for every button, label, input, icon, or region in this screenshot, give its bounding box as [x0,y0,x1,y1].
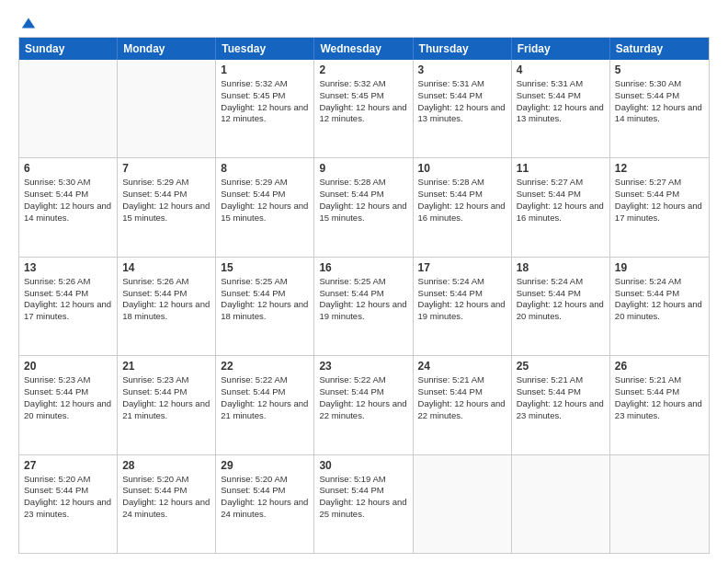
day-info: Sunrise: 5:24 AM Sunset: 5:44 PM Dayligh… [418,276,506,323]
calendar-cell: 14Sunrise: 5:26 AM Sunset: 5:44 PM Dayli… [118,258,216,355]
logo [18,15,37,28]
calendar-cell: 18Sunrise: 5:24 AM Sunset: 5:44 PM Dayli… [512,258,610,355]
day-info: Sunrise: 5:32 AM Sunset: 5:45 PM Dayligh… [221,78,309,125]
day-info: Sunrise: 5:25 AM Sunset: 5:44 PM Dayligh… [319,276,407,323]
day-number: 7 [122,162,210,175]
day-number: 25 [517,360,605,373]
day-number: 9 [319,162,407,175]
day-info: Sunrise: 5:31 AM Sunset: 5:44 PM Dayligh… [517,78,605,125]
day-number: 2 [319,63,407,76]
day-number: 22 [221,360,309,373]
day-info: Sunrise: 5:27 AM Sunset: 5:44 PM Dayligh… [517,177,605,224]
header [18,15,710,28]
calendar-cell: 20Sunrise: 5:23 AM Sunset: 5:44 PM Dayli… [19,356,118,454]
calendar-week: 20Sunrise: 5:23 AM Sunset: 5:44 PM Dayli… [19,355,709,454]
day-info: Sunrise: 5:22 AM Sunset: 5:44 PM Dayligh… [221,374,309,421]
calendar-cell [19,60,118,157]
day-number: 17 [418,261,506,274]
day-number: 14 [122,261,210,274]
calendar-cell: 30Sunrise: 5:19 AM Sunset: 5:44 PM Dayli… [314,455,413,553]
calendar-header-cell: Wednesday [314,38,413,60]
calendar-cell: 5Sunrise: 5:30 AM Sunset: 5:44 PM Daylig… [610,60,709,157]
day-number: 16 [319,261,407,274]
calendar-cell: 23Sunrise: 5:22 AM Sunset: 5:44 PM Dayli… [314,356,413,454]
calendar-week: 13Sunrise: 5:26 AM Sunset: 5:44 PM Dayli… [19,257,709,355]
day-info: Sunrise: 5:21 AM Sunset: 5:44 PM Dayligh… [517,374,605,421]
calendar-cell: 22Sunrise: 5:22 AM Sunset: 5:44 PM Dayli… [216,356,314,454]
logo-icon [20,15,37,31]
day-number: 6 [24,162,112,175]
day-number: 15 [221,261,309,274]
calendar-header-cell: Sunday [19,38,118,60]
calendar-week: 6Sunrise: 5:30 AM Sunset: 5:44 PM Daylig… [19,157,709,256]
day-info: Sunrise: 5:25 AM Sunset: 5:44 PM Dayligh… [221,276,309,323]
calendar-cell [118,60,216,157]
day-number: 5 [615,63,704,76]
day-info: Sunrise: 5:20 AM Sunset: 5:44 PM Dayligh… [221,474,309,521]
calendar-cell: 1Sunrise: 5:32 AM Sunset: 5:45 PM Daylig… [216,60,314,157]
calendar-cell: 25Sunrise: 5:21 AM Sunset: 5:44 PM Dayli… [512,356,610,454]
calendar-cell: 2Sunrise: 5:32 AM Sunset: 5:45 PM Daylig… [314,60,413,157]
calendar-cell: 24Sunrise: 5:21 AM Sunset: 5:44 PM Dayli… [414,356,512,454]
calendar-week: 27Sunrise: 5:20 AM Sunset: 5:44 PM Dayli… [19,454,709,553]
calendar-cell: 17Sunrise: 5:24 AM Sunset: 5:44 PM Dayli… [414,258,512,355]
calendar-cell: 26Sunrise: 5:21 AM Sunset: 5:44 PM Dayli… [610,356,709,454]
day-info: Sunrise: 5:19 AM Sunset: 5:44 PM Dayligh… [319,474,407,521]
day-number: 21 [122,360,210,373]
day-info: Sunrise: 5:22 AM Sunset: 5:44 PM Dayligh… [319,374,407,421]
day-info: Sunrise: 5:20 AM Sunset: 5:44 PM Dayligh… [122,474,210,521]
day-info: Sunrise: 5:30 AM Sunset: 5:44 PM Dayligh… [24,177,112,224]
calendar-cell: 27Sunrise: 5:20 AM Sunset: 5:44 PM Dayli… [19,455,118,553]
calendar-cell: 19Sunrise: 5:24 AM Sunset: 5:44 PM Dayli… [610,258,709,355]
calendar-cell: 10Sunrise: 5:28 AM Sunset: 5:44 PM Dayli… [414,158,512,256]
day-number: 28 [122,459,210,472]
day-info: Sunrise: 5:29 AM Sunset: 5:44 PM Dayligh… [122,177,210,224]
calendar-cell: 29Sunrise: 5:20 AM Sunset: 5:44 PM Dayli… [216,455,314,553]
day-number: 20 [24,360,112,373]
day-number: 13 [24,261,112,274]
calendar-cell: 7Sunrise: 5:29 AM Sunset: 5:44 PM Daylig… [118,158,216,256]
calendar-cell: 4Sunrise: 5:31 AM Sunset: 5:44 PM Daylig… [512,60,610,157]
day-number: 19 [615,261,704,274]
calendar-week: 1Sunrise: 5:32 AM Sunset: 5:45 PM Daylig… [19,60,709,157]
calendar-header-cell: Tuesday [216,38,314,60]
day-number: 1 [221,63,309,76]
calendar-cell: 9Sunrise: 5:28 AM Sunset: 5:44 PM Daylig… [314,158,413,256]
day-info: Sunrise: 5:28 AM Sunset: 5:44 PM Dayligh… [418,177,506,224]
calendar-header-cell: Saturday [610,38,709,60]
day-number: 11 [517,162,605,175]
day-info: Sunrise: 5:32 AM Sunset: 5:45 PM Dayligh… [319,78,407,125]
day-info: Sunrise: 5:23 AM Sunset: 5:44 PM Dayligh… [122,374,210,421]
calendar-cell [512,455,610,553]
day-info: Sunrise: 5:24 AM Sunset: 5:44 PM Dayligh… [615,276,704,323]
day-number: 8 [221,162,309,175]
calendar-body: 1Sunrise: 5:32 AM Sunset: 5:45 PM Daylig… [19,60,709,553]
day-info: Sunrise: 5:30 AM Sunset: 5:44 PM Dayligh… [615,78,704,125]
day-number: 12 [615,162,704,175]
day-number: 29 [221,459,309,472]
calendar-cell: 21Sunrise: 5:23 AM Sunset: 5:44 PM Dayli… [118,356,216,454]
day-number: 3 [418,63,506,76]
calendar-cell: 3Sunrise: 5:31 AM Sunset: 5:44 PM Daylig… [414,60,512,157]
day-info: Sunrise: 5:31 AM Sunset: 5:44 PM Dayligh… [418,78,506,125]
day-info: Sunrise: 5:21 AM Sunset: 5:44 PM Dayligh… [418,374,506,421]
calendar-cell: 13Sunrise: 5:26 AM Sunset: 5:44 PM Dayli… [19,258,118,355]
calendar: SundayMondayTuesdayWednesdayThursdayFrid… [18,37,710,554]
day-number: 18 [517,261,605,274]
calendar-cell: 15Sunrise: 5:25 AM Sunset: 5:44 PM Dayli… [216,258,314,355]
day-number: 27 [24,459,112,472]
calendar-cell: 6Sunrise: 5:30 AM Sunset: 5:44 PM Daylig… [19,158,118,256]
calendar-cell [610,455,709,553]
day-number: 4 [517,63,605,76]
calendar-cell: 12Sunrise: 5:27 AM Sunset: 5:44 PM Dayli… [610,158,709,256]
day-number: 24 [418,360,506,373]
calendar-cell: 28Sunrise: 5:20 AM Sunset: 5:44 PM Dayli… [118,455,216,553]
calendar-header-cell: Thursday [414,38,512,60]
calendar-cell: 16Sunrise: 5:25 AM Sunset: 5:44 PM Dayli… [314,258,413,355]
calendar-header-row: SundayMondayTuesdayWednesdayThursdayFrid… [19,38,709,60]
svg-marker-0 [22,18,35,29]
calendar-cell [414,455,512,553]
day-info: Sunrise: 5:24 AM Sunset: 5:44 PM Dayligh… [517,276,605,323]
day-number: 30 [319,459,407,472]
page: SundayMondayTuesdayWednesdayThursdayFrid… [0,0,728,563]
